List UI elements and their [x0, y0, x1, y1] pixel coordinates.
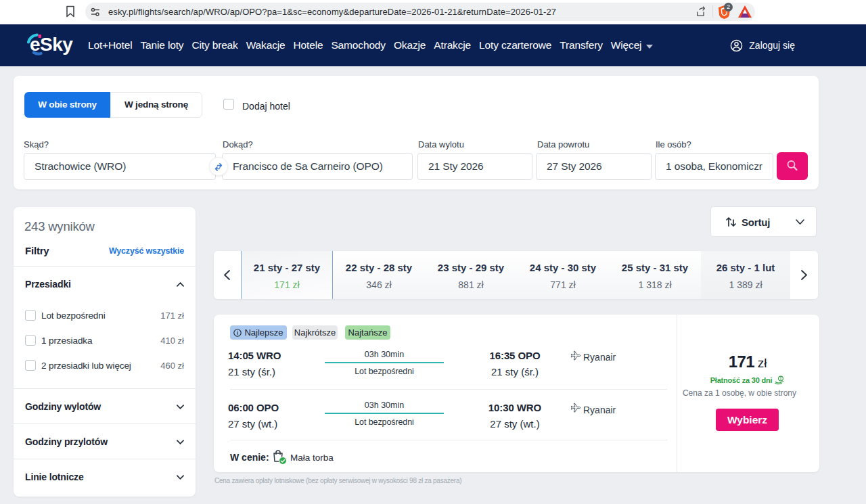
svg-text:eSky: eSky [30, 34, 73, 55]
